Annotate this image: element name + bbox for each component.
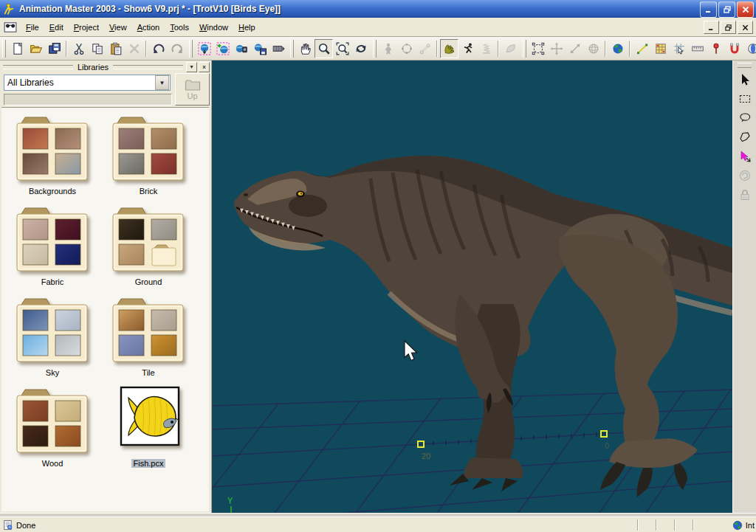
bound-manipulator-button[interactable] (529, 39, 547, 58)
ruler-icon (691, 42, 704, 55)
library-item-brick[interactable]: Brick (106, 114, 191, 196)
ruler-button[interactable] (688, 39, 707, 58)
new-document-button[interactable] (8, 39, 27, 58)
library-item-label: Tile (140, 368, 157, 377)
render-lock-icon (198, 42, 211, 55)
library-item-wood[interactable]: Wood (10, 386, 95, 468)
zoom-button[interactable] (315, 39, 333, 58)
mouse-cursor (405, 341, 416, 360)
rect-marquee-tool-button[interactable] (736, 90, 754, 108)
lock-icon (738, 187, 752, 202)
accel-letter: W (199, 23, 207, 32)
quick-render-button[interactable] (213, 39, 232, 58)
move-hand-icon (299, 42, 312, 55)
menu-bar: FileEditProjectViewActionToolsWindowHelp (0, 18, 756, 37)
3d-viewport-birds-eye[interactable]: 20 0 Y (212, 61, 732, 513)
render-movie-button[interactable] (232, 39, 250, 58)
library-item-fabric[interactable]: Fabric (10, 204, 95, 286)
menu-label: ction (142, 23, 159, 32)
trex-model[interactable] (234, 156, 732, 497)
paste-button[interactable] (106, 39, 125, 58)
mdi-minimize-button[interactable] (704, 21, 719, 34)
library-filter-combobox[interactable]: All Libraries ▼ (4, 75, 171, 91)
group-select-tool-button[interactable] (736, 148, 754, 165)
panel-menu-button[interactable]: ▾ (186, 62, 197, 72)
palette-grip[interactable] (738, 63, 752, 68)
library-item-tile[interactable]: Tile (106, 295, 191, 377)
move-hand-button[interactable] (296, 39, 315, 58)
save-render-button[interactable] (250, 39, 269, 58)
internet-zone-icon (732, 520, 743, 531)
lasso-tool-button[interactable] (736, 109, 754, 127)
spline-guide-button[interactable] (633, 39, 651, 58)
close-button[interactable] (737, 1, 754, 18)
menu-help[interactable]: Help (233, 21, 261, 34)
pin-icon (709, 42, 723, 55)
menu-action[interactable]: Action (132, 21, 165, 34)
snap-to-grid-button[interactable] (670, 39, 688, 58)
status-text: Done (16, 521, 35, 530)
menu-label: ile (31, 23, 39, 32)
library-path-field (4, 94, 172, 106)
save-all-button[interactable] (45, 39, 63, 58)
turn-tool-icon (738, 168, 752, 183)
library-item-label: Wood (40, 459, 66, 468)
skeletal-button[interactable] (458, 39, 477, 58)
folder-icon (10, 295, 95, 366)
toolbar-grip[interactable] (290, 40, 294, 58)
polygon-lasso-tool-button[interactable] (736, 128, 754, 146)
status-separator (656, 519, 657, 531)
up-folder-button[interactable]: Up (175, 73, 210, 106)
document-icon (4, 21, 17, 34)
restore-button[interactable] (718, 1, 735, 18)
menu-view[interactable]: View (104, 21, 132, 34)
library-item-sky[interactable]: Sky (10, 295, 95, 377)
cut-button[interactable] (69, 39, 88, 58)
chevron-down-icon[interactable]: ▼ (155, 75, 169, 90)
open-project-button[interactable] (27, 39, 45, 58)
pin-button[interactable] (707, 39, 725, 58)
menu-file[interactable]: File (21, 21, 44, 34)
app-icon (3, 3, 16, 15)
world-space-icon (611, 42, 625, 55)
dynamics-icon (480, 42, 493, 55)
menu-label: indow (207, 23, 228, 32)
libraries-header[interactable]: Libraries ▾ x (0, 61, 211, 73)
menu-items: FileEditProjectViewActionToolsWindowHelp (21, 21, 261, 34)
menu-tools[interactable]: Tools (165, 21, 194, 34)
toolbar-grip[interactable] (523, 40, 526, 58)
magnet-mode-button[interactable] (725, 39, 743, 58)
menu-edit[interactable]: Edit (44, 21, 69, 34)
world-space-button[interactable] (608, 39, 627, 58)
menu-window[interactable]: Window (194, 21, 233, 34)
minimize-button[interactable] (700, 1, 717, 18)
copy-button[interactable] (88, 39, 106, 58)
library-item-ground[interactable]: Ground (106, 204, 191, 286)
library-item-fish-pcx[interactable]: Fish.pcx (106, 386, 191, 468)
undo-button[interactable] (149, 39, 168, 58)
y-axis-indicator: Y (227, 497, 233, 513)
turn-button[interactable] (351, 39, 370, 58)
accel-letter: F (26, 23, 31, 32)
preview-animation-button[interactable] (269, 39, 287, 58)
muscle-button[interactable] (440, 39, 458, 58)
toolbar-separator (436, 41, 438, 57)
select-arrow-tool-button[interactable] (736, 71, 754, 89)
svg-text:Y: Y (227, 497, 233, 507)
library-item-backgrounds[interactable]: Backgrounds (10, 114, 95, 196)
menu-project[interactable]: Project (69, 21, 104, 34)
bound-manipulator-icon (532, 42, 545, 55)
zoom-to-fit-icon (336, 42, 349, 55)
toolbar-grip[interactable] (2, 40, 6, 58)
library-item-label: Ground (133, 277, 165, 286)
mdi-restore-button[interactable] (721, 21, 736, 34)
render-lock-button[interactable] (195, 39, 213, 58)
mirror-mode-button[interactable] (743, 39, 756, 58)
panel-close-button[interactable]: x (199, 62, 210, 72)
toolbar-grip[interactable] (189, 40, 193, 58)
key-options-button[interactable] (651, 39, 670, 58)
toolbar-grip[interactable] (373, 40, 377, 58)
toolbar-group-standard (1, 39, 186, 58)
zoom-to-fit-button[interactable] (333, 39, 351, 58)
mdi-close-button[interactable] (738, 21, 753, 34)
